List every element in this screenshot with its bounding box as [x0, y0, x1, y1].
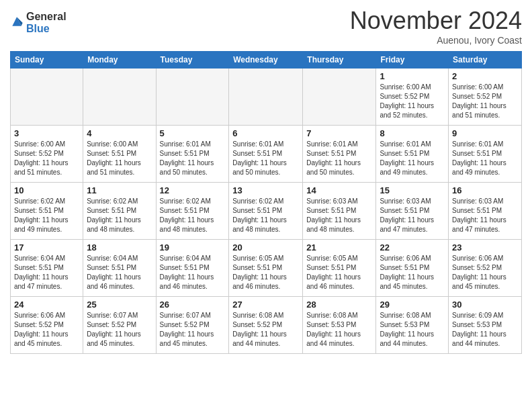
day-info: Sunrise: 6:09 AM Sunset: 5:53 PM Dayligh… [452, 311, 518, 349]
day-info: Sunrise: 6:06 AM Sunset: 5:52 PM Dayligh… [14, 311, 79, 349]
calendar-cell-4-4: 20Sunrise: 6:05 AM Sunset: 5:51 PM Dayli… [229, 240, 303, 297]
day-number: 25 [87, 300, 152, 310]
day-number: 7 [306, 128, 372, 138]
logo-general: General [26, 11, 66, 23]
header-tuesday: Tuesday [156, 52, 229, 68]
calendar-cell-3-5: 14Sunrise: 6:03 AM Sunset: 5:51 PM Dayli… [303, 183, 376, 240]
day-info: Sunrise: 6:06 AM Sunset: 5:52 PM Dayligh… [452, 254, 518, 291]
day-number: 24 [14, 300, 79, 310]
day-number: 8 [380, 128, 445, 138]
day-number: 5 [160, 128, 226, 138]
header-saturday: Saturday [449, 52, 522, 68]
calendar-cell-4-6: 22Sunrise: 6:06 AM Sunset: 5:51 PM Dayli… [376, 240, 449, 297]
calendar-cell-3-4: 13Sunrise: 6:02 AM Sunset: 5:51 PM Dayli… [229, 183, 303, 240]
week-row-4: 17Sunrise: 6:04 AM Sunset: 5:51 PM Dayli… [11, 240, 522, 297]
day-number: 13 [232, 185, 299, 195]
day-number: 18 [87, 242, 152, 253]
location-subtitle: Auenou, Ivory Coast [350, 35, 522, 46]
header-wednesday: Wednesday [229, 52, 303, 68]
day-number: 2 [452, 71, 518, 81]
calendar-cell-5-3: 26Sunrise: 6:07 AM Sunset: 5:52 PM Dayli… [156, 297, 229, 354]
calendar-cell-1-4 [229, 68, 303, 126]
header-monday: Monday [83, 52, 156, 68]
day-info: Sunrise: 6:00 AM Sunset: 5:52 PM Dayligh… [380, 83, 445, 120]
logo-icon [10, 15, 24, 28]
day-info: Sunrise: 6:08 AM Sunset: 5:53 PM Dayligh… [380, 311, 445, 349]
day-number: 29 [380, 300, 445, 310]
day-info: Sunrise: 6:01 AM Sunset: 5:51 PM Dayligh… [232, 140, 299, 177]
calendar-cell-3-7: 16Sunrise: 6:03 AM Sunset: 5:51 PM Dayli… [449, 183, 522, 240]
header-thursday: Thursday [303, 52, 376, 68]
calendar-header-row: Sunday Monday Tuesday Wednesday Thursday… [11, 52, 522, 68]
week-row-2: 3Sunrise: 6:00 AM Sunset: 5:52 PM Daylig… [11, 126, 522, 183]
calendar-cell-1-3 [156, 68, 229, 126]
week-row-5: 24Sunrise: 6:06 AM Sunset: 5:52 PM Dayli… [11, 297, 522, 354]
day-number: 28 [306, 300, 372, 310]
day-number: 27 [232, 300, 299, 310]
calendar-cell-2-7: 9Sunrise: 6:01 AM Sunset: 5:51 PM Daylig… [449, 126, 522, 183]
title-block: November 2024 Auenou, Ivory Coast [350, 7, 522, 46]
calendar-cell-3-2: 11Sunrise: 6:02 AM Sunset: 5:51 PM Dayli… [83, 183, 156, 240]
day-number: 11 [87, 185, 152, 195]
day-info: Sunrise: 6:05 AM Sunset: 5:51 PM Dayligh… [306, 254, 372, 291]
week-row-3: 10Sunrise: 6:02 AM Sunset: 5:51 PM Dayli… [11, 183, 522, 240]
day-number: 14 [306, 185, 372, 195]
day-number: 23 [452, 242, 518, 253]
day-number: 26 [160, 300, 226, 310]
calendar-cell-2-1: 3Sunrise: 6:00 AM Sunset: 5:52 PM Daylig… [11, 126, 83, 183]
day-number: 9 [452, 128, 518, 138]
calendar-cell-4-7: 23Sunrise: 6:06 AM Sunset: 5:52 PM Dayli… [449, 240, 522, 297]
day-info: Sunrise: 6:01 AM Sunset: 5:51 PM Dayligh… [160, 140, 226, 177]
calendar-cell-2-5: 7Sunrise: 6:01 AM Sunset: 5:51 PM Daylig… [303, 126, 376, 183]
calendar-cell-4-5: 21Sunrise: 6:05 AM Sunset: 5:51 PM Dayli… [303, 240, 376, 297]
day-number: 1 [380, 71, 445, 81]
calendar-cell-2-6: 8Sunrise: 6:01 AM Sunset: 5:51 PM Daylig… [376, 126, 449, 183]
day-info: Sunrise: 6:00 AM Sunset: 5:52 PM Dayligh… [14, 140, 79, 177]
day-number: 4 [87, 128, 152, 138]
day-info: Sunrise: 6:04 AM Sunset: 5:51 PM Dayligh… [87, 254, 152, 291]
day-number: 22 [380, 242, 445, 253]
logo: General Blue [10, 11, 66, 34]
header-sunday: Sunday [11, 52, 83, 68]
calendar-cell-3-1: 10Sunrise: 6:02 AM Sunset: 5:51 PM Dayli… [11, 183, 83, 240]
day-info: Sunrise: 6:01 AM Sunset: 5:51 PM Dayligh… [452, 140, 518, 177]
day-number: 10 [14, 185, 79, 195]
day-info: Sunrise: 6:02 AM Sunset: 5:51 PM Dayligh… [14, 197, 79, 234]
calendar-cell-5-5: 28Sunrise: 6:08 AM Sunset: 5:53 PM Dayli… [303, 297, 376, 354]
calendar-cell-2-3: 5Sunrise: 6:01 AM Sunset: 5:51 PM Daylig… [156, 126, 229, 183]
day-info: Sunrise: 6:03 AM Sunset: 5:51 PM Dayligh… [306, 197, 372, 234]
calendar-cell-5-4: 27Sunrise: 6:08 AM Sunset: 5:52 PM Dayli… [229, 297, 303, 354]
calendar-cell-1-7: 2Sunrise: 6:00 AM Sunset: 5:52 PM Daylig… [449, 68, 522, 126]
day-info: Sunrise: 6:04 AM Sunset: 5:51 PM Dayligh… [14, 254, 79, 291]
day-info: Sunrise: 6:01 AM Sunset: 5:51 PM Dayligh… [306, 140, 372, 177]
day-info: Sunrise: 6:05 AM Sunset: 5:51 PM Dayligh… [232, 254, 299, 291]
day-info: Sunrise: 6:02 AM Sunset: 5:51 PM Dayligh… [87, 197, 152, 234]
day-info: Sunrise: 6:01 AM Sunset: 5:51 PM Dayligh… [380, 140, 445, 177]
calendar-cell-5-6: 29Sunrise: 6:08 AM Sunset: 5:53 PM Dayli… [376, 297, 449, 354]
day-info: Sunrise: 6:02 AM Sunset: 5:51 PM Dayligh… [232, 197, 299, 234]
calendar-cell-1-1 [11, 68, 83, 126]
day-info: Sunrise: 6:03 AM Sunset: 5:51 PM Dayligh… [380, 197, 445, 234]
day-number: 19 [160, 242, 226, 253]
day-info: Sunrise: 6:08 AM Sunset: 5:53 PM Dayligh… [306, 311, 372, 349]
day-number: 15 [380, 185, 445, 195]
day-info: Sunrise: 6:07 AM Sunset: 5:52 PM Dayligh… [87, 311, 152, 349]
calendar-cell-3-3: 12Sunrise: 6:02 AM Sunset: 5:51 PM Dayli… [156, 183, 229, 240]
calendar-cell-5-7: 30Sunrise: 6:09 AM Sunset: 5:53 PM Dayli… [449, 297, 522, 354]
calendar-cell-1-6: 1Sunrise: 6:00 AM Sunset: 5:52 PM Daylig… [376, 68, 449, 126]
calendar-cell-2-4: 6Sunrise: 6:01 AM Sunset: 5:51 PM Daylig… [229, 126, 303, 183]
calendar-cell-5-1: 24Sunrise: 6:06 AM Sunset: 5:52 PM Dayli… [11, 297, 83, 354]
week-row-1: 1Sunrise: 6:00 AM Sunset: 5:52 PM Daylig… [11, 68, 522, 126]
day-number: 3 [14, 128, 79, 138]
calendar-table: Sunday Monday Tuesday Wednesday Thursday… [10, 51, 522, 354]
day-number: 30 [452, 300, 518, 310]
calendar-cell-2-2: 4Sunrise: 6:00 AM Sunset: 5:51 PM Daylig… [83, 126, 156, 183]
day-number: 16 [452, 185, 518, 195]
day-number: 21 [306, 242, 372, 253]
calendar-cell-1-2 [83, 68, 156, 126]
day-number: 20 [232, 242, 299, 253]
day-number: 6 [232, 128, 299, 138]
day-info: Sunrise: 6:03 AM Sunset: 5:51 PM Dayligh… [452, 197, 518, 234]
day-info: Sunrise: 6:08 AM Sunset: 5:52 PM Dayligh… [232, 311, 299, 349]
day-info: Sunrise: 6:02 AM Sunset: 5:51 PM Dayligh… [160, 197, 226, 234]
